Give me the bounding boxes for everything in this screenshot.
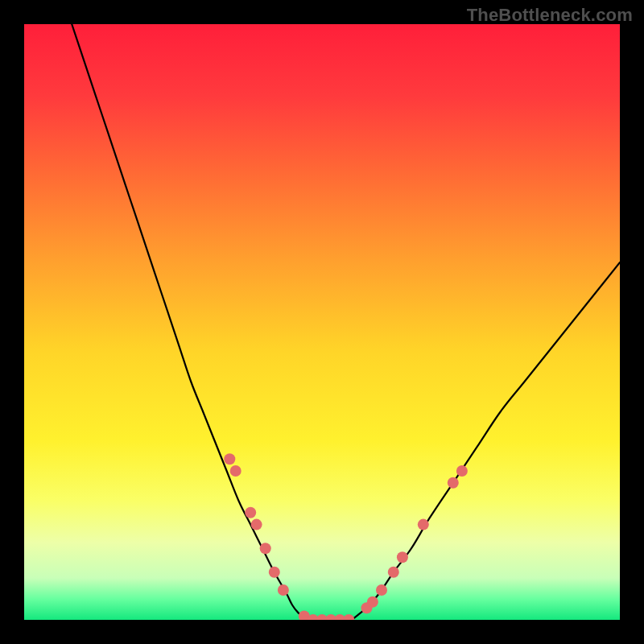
marker-dot	[376, 584, 387, 596]
marker-dot	[367, 597, 378, 608]
marker-dot	[224, 453, 235, 464]
marker-dot	[418, 519, 429, 530]
chart-svg	[24, 24, 620, 620]
chart-container	[24, 24, 620, 620]
marker-dot	[448, 477, 459, 489]
watermark-text: TheBottleneck.com	[467, 5, 633, 26]
marker-dot	[230, 465, 242, 477]
marker-dot	[251, 519, 262, 530]
chart-background	[24, 24, 620, 620]
marker-dot	[388, 567, 399, 578]
marker-dot	[278, 584, 289, 596]
marker-dot	[260, 543, 271, 554]
marker-dot	[269, 567, 280, 578]
marker-dot	[456, 465, 468, 477]
marker-dot	[245, 507, 256, 518]
marker-dot	[397, 551, 408, 563]
